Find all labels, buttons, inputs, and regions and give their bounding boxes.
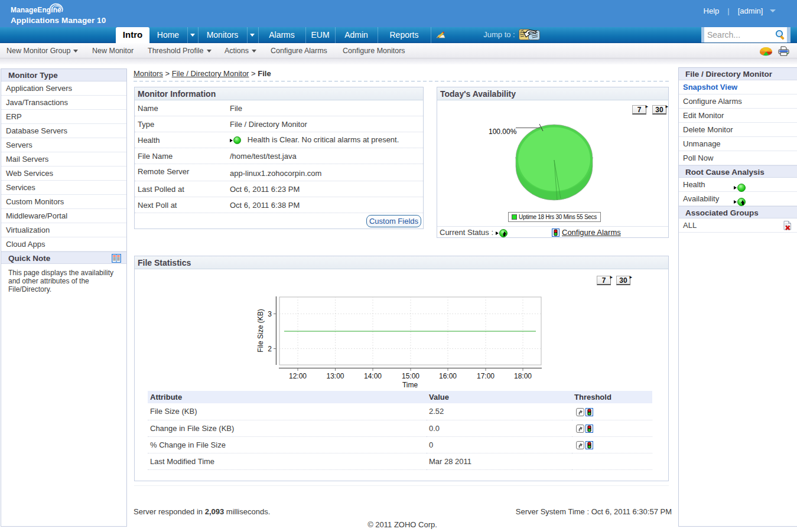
svg-text:14:00: 14:00 — [364, 372, 382, 380]
svg-text:12:00: 12:00 — [289, 372, 307, 380]
svg-text:13:00: 13:00 — [326, 372, 344, 380]
svg-text:18:00: 18:00 — [514, 372, 532, 380]
svg-text:15:00: 15:00 — [402, 372, 419, 380]
svg-text:16:00: 16:00 — [439, 372, 457, 380]
svg-text:3: 3 — [268, 310, 272, 318]
svg-text:2: 2 — [268, 345, 272, 353]
svg-text:17:00: 17:00 — [477, 372, 495, 380]
svg-text:File Size (KB): File Size (KB) — [256, 309, 265, 352]
svg-text:Time: Time — [402, 381, 418, 389]
